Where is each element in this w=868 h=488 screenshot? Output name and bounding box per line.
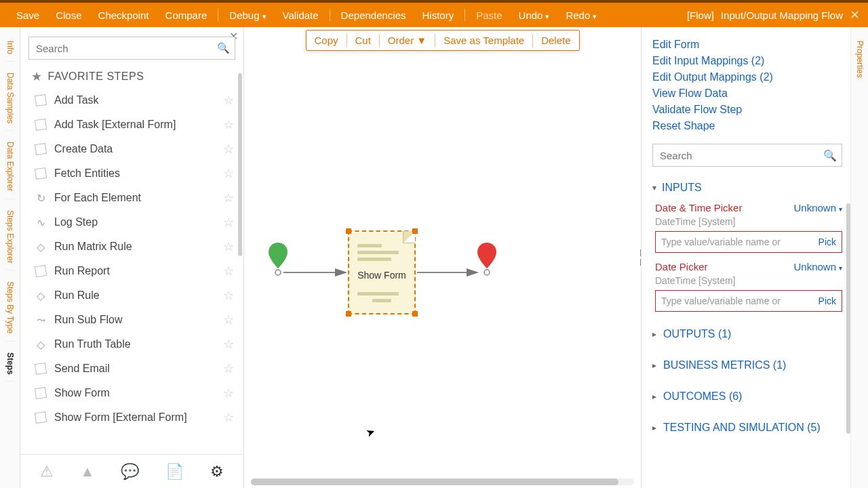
toolbar-validate[interactable]: Validate (275, 9, 327, 21)
link-view-flow-data[interactable]: View Flow Data (652, 85, 842, 102)
favorite-star-icon[interactable]: ☆ (219, 166, 238, 181)
step-item[interactable]: Show Form☆ (34, 381, 238, 405)
field-pick-link[interactable]: Pick (818, 237, 836, 247)
properties-search-input[interactable] (652, 144, 842, 167)
vtab-steps-explorer[interactable]: Steps Explorer (5, 203, 15, 271)
field-mode-dropdown[interactable]: Unknown (793, 202, 842, 214)
resize-handle[interactable] (412, 228, 418, 234)
step-item[interactable]: Run Report☆ (34, 259, 238, 283)
step-item[interactable]: Add Task☆ (34, 88, 238, 113)
field-value-input[interactable]: Type value/variable name or Pick (655, 290, 842, 312)
step-item[interactable]: Add Task [External Form]☆ (34, 113, 238, 137)
steps-list: Add Task☆Add Task [External Form]☆Create… (20, 88, 243, 454)
link-edit-input-mappings[interactable]: Edit Input Mappings (2) (652, 53, 842, 69)
steps-search-input[interactable] (28, 37, 235, 60)
favorite-star-icon[interactable]: ☆ (219, 239, 238, 254)
chat-icon[interactable]: 💬 (121, 463, 139, 481)
warning-triangle-icon[interactable]: ▲ (80, 463, 95, 481)
flow-canvas[interactable]: Copy Cut Order ▼ Save as Template Delete (244, 27, 641, 488)
resize-handle[interactable] (346, 228, 351, 234)
toolbar-redo[interactable]: Redo (557, 9, 605, 21)
toolbar-dependencies[interactable]: Dependencies (333, 9, 414, 21)
toolbar-history[interactable]: History (414, 9, 462, 21)
favorite-star-icon[interactable]: ☆ (219, 264, 238, 279)
toolbar-save[interactable]: Save (8, 9, 47, 21)
left-bottom-bar: ⚠ ▲ 💬 📄 ⚙ (20, 454, 243, 488)
resize-handle[interactable] (412, 311, 418, 317)
field-type: DateTime [System] (655, 216, 842, 227)
scrollbar-thumb[interactable] (846, 203, 850, 434)
warning-circle-icon[interactable]: ⚠ (40, 463, 54, 481)
inputs-section-header[interactable]: ▾ INPUTS (652, 182, 842, 194)
business-metrics-section-header[interactable]: ▸ BUSINESS METRICS (1) (652, 357, 842, 374)
search-icon[interactable]: 🔍 (823, 149, 837, 162)
cube-icon (34, 167, 47, 180)
section-label: BUSINESS METRICS (1) (663, 359, 786, 371)
canvas-horizontal-scrollbar[interactable] (251, 479, 634, 485)
step-item[interactable]: ◇Run Rule☆ (34, 283, 238, 308)
link-validate-flow-step[interactable]: Validate Flow Step (652, 102, 842, 118)
left-vertical-tabs: Info Data Samples Data Explorer Steps Ex… (0, 27, 20, 488)
start-node-icon[interactable] (269, 243, 288, 275)
vtab-data-explorer[interactable]: Data Explorer (5, 135, 15, 199)
link-reset-shape[interactable]: Reset Shape (652, 118, 842, 134)
gear-icon[interactable]: ⚙ (210, 463, 224, 481)
testing-simulation-section-header[interactable]: ▸ TESTING AND SIMULATION (5) (652, 419, 842, 436)
pulse-icon: ∿ (34, 216, 47, 229)
field-mode-dropdown[interactable]: Unknown (793, 261, 842, 272)
step-item[interactable]: ◇Run Truth Table☆ (34, 332, 238, 357)
toolbar-checkpoint[interactable]: Checkpoint (90, 9, 157, 21)
field-pick-link[interactable]: Pick (818, 296, 836, 306)
favorite-star-icon[interactable]: ☆ (219, 215, 238, 230)
step-item[interactable]: ⤳Run Sub Flow☆ (34, 308, 238, 332)
favorite-star-icon[interactable]: ☆ (219, 288, 238, 303)
search-icon[interactable]: 🔍 (217, 42, 230, 54)
toolbar-close[interactable]: Close (47, 9, 90, 21)
favorite-star-icon[interactable]: ☆ (219, 190, 238, 205)
cube-icon (34, 264, 47, 278)
step-label: Show Form [External Form] (54, 411, 219, 424)
favorite-star-icon[interactable]: ☆ (219, 93, 238, 108)
vtab-data-samples[interactable]: Data Samples (5, 66, 15, 131)
favorite-star-icon[interactable]: ☆ (219, 386, 238, 401)
favorite-star-icon[interactable]: ☆ (219, 361, 238, 376)
step-item[interactable]: Send Email☆ (34, 357, 238, 381)
step-item[interactable]: ∿Log Step☆ (34, 210, 238, 235)
favorite-star-icon[interactable]: ☆ (219, 337, 238, 352)
properties-panel: Edit Form Edit Input Mappings (2) Edit O… (641, 27, 868, 488)
close-designer-icon[interactable]: ✕ (850, 7, 860, 22)
end-node-icon[interactable] (477, 243, 496, 275)
favorite-star-icon[interactable]: ☆ (219, 117, 238, 132)
show-form-node[interactable]: Show Form (348, 230, 416, 314)
vtab-steps[interactable]: Steps (5, 346, 15, 382)
step-item[interactable]: Fetch Entities☆ (34, 161, 238, 186)
step-item[interactable]: Create Data☆ (34, 137, 238, 161)
cube-icon (34, 386, 47, 400)
vtab-steps-by-type[interactable]: Steps By Type (5, 274, 15, 341)
field-value-input[interactable]: Type value/variable name or Pick (655, 231, 842, 253)
toolbar-undo[interactable]: Undo (511, 9, 558, 21)
favorite-star-icon[interactable]: ☆ (219, 312, 238, 327)
field-type: DateTime [System] (655, 275, 842, 286)
canvas-svg (244, 27, 624, 312)
document-icon[interactable]: 📄 (165, 463, 184, 481)
chevron-right-icon: ▸ (652, 361, 656, 370)
step-item[interactable]: Show Form [External Form]☆ (34, 405, 238, 430)
outcomes-section-header[interactable]: ▸ OUTCOMES (6) (652, 388, 842, 405)
toolbar-compare[interactable]: Compare (157, 9, 216, 21)
favorite-star-icon[interactable]: ☆ (219, 410, 238, 425)
field-name: Date Picker (655, 261, 708, 272)
step-label: Create Data (54, 143, 219, 155)
scrollbar-thumb[interactable] (238, 73, 242, 256)
resize-handle[interactable] (346, 311, 351, 317)
rvtab-properties[interactable]: Properties (855, 35, 865, 83)
outputs-section-header[interactable]: ▸ OUTPUTS (1) (652, 325, 842, 343)
link-edit-form[interactable]: Edit Form (652, 37, 842, 53)
favorite-star-icon[interactable]: ☆ (219, 142, 238, 157)
toolbar-left: Save Close Checkpoint Compare Debug Vali… (8, 9, 605, 21)
vtab-info[interactable]: Info (5, 34, 15, 62)
step-item[interactable]: ◇Run Matrix Rule☆ (34, 235, 238, 259)
link-edit-output-mappings[interactable]: Edit Output Mappings (2) (652, 69, 842, 85)
toolbar-debug[interactable]: Debug (221, 9, 274, 21)
step-item[interactable]: ↻For Each Element☆ (34, 186, 238, 210)
